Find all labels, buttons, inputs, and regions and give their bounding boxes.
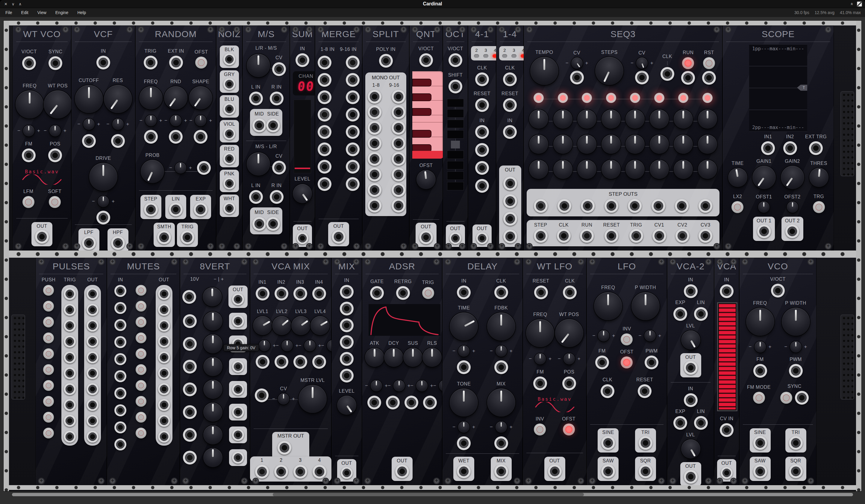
split-out-16-port[interactable] xyxy=(392,199,405,212)
random-trim-knob[interactable] xyxy=(175,162,186,174)
seq3-jack-port[interactable] xyxy=(702,71,716,85)
pulses-push-button-5[interactable] xyxy=(43,348,54,359)
switch-1-4-out-1-port[interactable] xyxy=(503,177,517,190)
random-trig-port[interactable] xyxy=(181,231,194,244)
mix-jack-port[interactable] xyxy=(340,369,354,383)
lfo-reset-port[interactable] xyxy=(638,384,651,398)
oct-shift-step[interactable] xyxy=(447,130,464,139)
qnt-keyboard[interactable] xyxy=(412,71,443,159)
pulses-trig-3-port[interactable] xyxy=(64,320,76,332)
lfo-ofst-button[interactable] xyxy=(621,356,633,368)
lfo-p-width-knob[interactable] xyxy=(632,292,660,320)
seq3-step-out-8-port[interactable] xyxy=(699,199,712,213)
merge-in-13-port[interactable] xyxy=(346,125,360,139)
seq3-step-led[interactable] xyxy=(582,93,592,103)
split-out-6-port[interactable] xyxy=(368,168,381,181)
8vert-gain-4-knob[interactable] xyxy=(203,357,222,376)
pulses-out-3-port[interactable] xyxy=(86,320,99,332)
pulses-out-1-port[interactable] xyxy=(86,288,99,300)
module-pulses[interactable]: PULSESPUSHTRIGOUT xyxy=(36,258,107,485)
vca-mix-mstr-out-port[interactable] xyxy=(278,441,291,455)
seq3-step-led[interactable] xyxy=(533,93,544,103)
ms-r-in-port[interactable] xyxy=(270,92,284,105)
vca-2-exp-port[interactable] xyxy=(673,307,687,321)
noiz-viol-port[interactable] xyxy=(223,128,235,140)
lfo-freq-knob[interactable] xyxy=(594,292,622,320)
mutes-mute-button-4[interactable] xyxy=(136,332,147,343)
wt-lfo-wt-pos-knob[interactable] xyxy=(555,319,583,347)
vco-v-oct-port[interactable] xyxy=(771,284,785,297)
seq3-seq-knob-knob[interactable] xyxy=(625,109,645,129)
pulses-push-button-2[interactable] xyxy=(43,301,54,312)
delay-trim-knob[interactable] xyxy=(458,421,470,433)
vca-2-in-port[interactable] xyxy=(684,393,697,407)
ms-side-port[interactable] xyxy=(266,118,280,132)
random-ext-in-port[interactable] xyxy=(169,56,183,69)
module-vcf[interactable]: VCFINCUTOFFRES−+−+DRIVE−+LPFHPF xyxy=(71,25,135,250)
random-shape-knob[interactable] xyxy=(189,86,212,109)
seq3-step-led[interactable] xyxy=(678,93,688,103)
mutes-out-7-port[interactable] xyxy=(158,383,170,395)
switch-1-4-out-4-port[interactable] xyxy=(503,230,517,243)
split-out-13-port[interactable] xyxy=(392,152,405,166)
oct-v-oct-port[interactable] xyxy=(449,53,462,67)
merge-out-port[interactable] xyxy=(332,230,346,244)
seq3-step-out-2-port[interactable] xyxy=(557,199,571,213)
vco-jack-port[interactable] xyxy=(795,391,809,405)
8vert-out-4-port[interactable] xyxy=(232,361,244,373)
merge-in-6-port[interactable] xyxy=(318,142,332,156)
vco-trim-knob[interactable] xyxy=(790,341,801,353)
switch-1-4-channel-selector[interactable]: 234 xyxy=(499,46,524,60)
delay-trim-knob[interactable] xyxy=(458,345,470,357)
pulses-out-4-port[interactable] xyxy=(86,336,99,348)
pulses-push-button-1[interactable] xyxy=(43,285,54,296)
seq3-seq-knob-knob[interactable] xyxy=(674,135,693,154)
mutes-mute-button-3[interactable] xyxy=(136,317,147,327)
merge-in-8-port[interactable] xyxy=(318,177,332,191)
scope-gain1-knob[interactable] xyxy=(752,166,776,189)
vcf-trim-knob[interactable] xyxy=(112,118,124,130)
mutes-in-1-port[interactable] xyxy=(114,285,126,297)
mutes-mute-button-10[interactable] xyxy=(136,428,147,438)
seq3-step-out-5-port[interactable] xyxy=(628,199,642,213)
oct-shift-port[interactable] xyxy=(449,80,462,93)
switch-4-1-jack-port[interactable] xyxy=(475,143,489,157)
pulses-push-button-4[interactable] xyxy=(43,332,54,343)
8vert-in-8-port[interactable] xyxy=(183,451,197,465)
merge-in-1-port[interactable] xyxy=(318,56,332,69)
seq3-seq-knob-knob[interactable] xyxy=(553,135,573,154)
oct-shift-step[interactable] xyxy=(447,172,464,180)
adsr-sus-knob[interactable] xyxy=(403,348,423,367)
seq3-step-out-6-port[interactable] xyxy=(651,199,665,213)
mix-jack-port[interactable] xyxy=(340,318,354,332)
seq3-jack-port[interactable] xyxy=(570,71,584,84)
seq3-seq-knob-knob[interactable] xyxy=(650,160,669,179)
switch-1-4-clk-port[interactable] xyxy=(503,72,517,86)
wt-vco-trim-knob[interactable] xyxy=(23,125,34,137)
switch-4-1-jack-port[interactable] xyxy=(475,179,489,193)
module-switch-4-1[interactable]: 4-1234CLKRESETINOUT xyxy=(468,25,496,250)
ms-knob-knob[interactable] xyxy=(247,152,270,176)
wt-lfo-clk-port[interactable] xyxy=(563,285,577,299)
adsr-retrg-port[interactable] xyxy=(396,286,410,300)
delay-tone-knob[interactable] xyxy=(450,388,478,417)
oct-shift-step[interactable] xyxy=(447,99,464,107)
wt-lfo-trim-knob[interactable] xyxy=(534,353,546,364)
random-freq-knob[interactable] xyxy=(139,86,163,109)
switch-4-1-out-port[interactable] xyxy=(476,232,488,244)
8vert-gain-5-knob[interactable] xyxy=(203,380,222,399)
pulses-trig-5-port[interactable] xyxy=(64,351,76,363)
module-vca[interactable]: VCAINCV INOUT xyxy=(714,258,739,485)
module-oct[interactable]: OCTV/OCTSHIFTOUT xyxy=(443,25,468,250)
seq3-jack-port[interactable] xyxy=(635,71,649,84)
vco-pwm-port[interactable] xyxy=(789,364,803,378)
seq3-step-led[interactable] xyxy=(630,93,640,103)
ms-mid-port[interactable] xyxy=(252,118,266,132)
oct-shift-step[interactable] xyxy=(447,182,464,190)
random-trim-knob[interactable] xyxy=(170,115,182,126)
scope-ext-trg-port[interactable] xyxy=(809,141,823,155)
oct-shift-step[interactable] xyxy=(447,151,464,159)
mix-jack-port[interactable] xyxy=(340,335,354,349)
seq3-cv-trim-knob[interactable] xyxy=(571,57,583,69)
vco-saw-port[interactable] xyxy=(753,465,767,478)
